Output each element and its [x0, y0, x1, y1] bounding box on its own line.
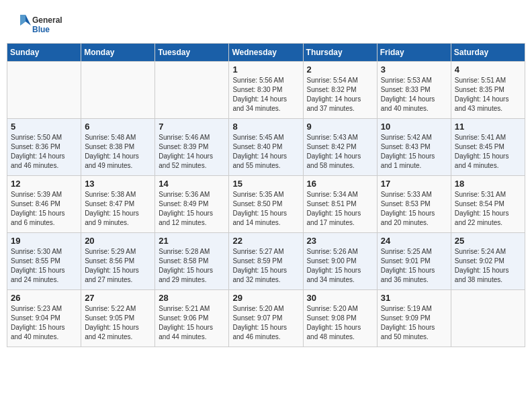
- day-number: 31: [381, 293, 447, 303]
- calendar-cell: [81, 62, 155, 119]
- calendar-week-row: 1Sunrise: 5:56 AM Sunset: 8:30 PM Daylig…: [7, 62, 525, 119]
- logo: General Blue: [13, 12, 67, 40]
- day-number: 22: [232, 236, 299, 246]
- day-number: 16: [307, 179, 373, 189]
- calendar-cell: 31Sunrise: 5:19 AM Sunset: 9:09 PM Dayli…: [377, 290, 451, 347]
- calendar-cell: 13Sunrise: 5:38 AM Sunset: 8:47 PM Dayli…: [81, 176, 155, 233]
- calendar-cell: [7, 62, 81, 119]
- day-number: 27: [85, 293, 151, 303]
- day-info: Sunrise: 5:27 AM Sunset: 8:59 PM Dayligh…: [232, 247, 299, 285]
- day-info: Sunrise: 5:38 AM Sunset: 8:47 PM Dayligh…: [85, 190, 151, 228]
- weekday-header: Saturday: [451, 44, 525, 62]
- day-info: Sunrise: 5:20 AM Sunset: 9:07 PM Dayligh…: [232, 304, 299, 342]
- calendar-week-row: 26Sunrise: 5:23 AM Sunset: 9:04 PM Dayli…: [7, 290, 525, 347]
- calendar-cell: 6Sunrise: 5:48 AM Sunset: 8:38 PM Daylig…: [81, 119, 155, 176]
- day-number: 21: [159, 236, 225, 246]
- calendar-cell: 3Sunrise: 5:53 AM Sunset: 8:33 PM Daylig…: [377, 62, 451, 119]
- day-info: Sunrise: 5:20 AM Sunset: 9:08 PM Dayligh…: [307, 304, 373, 342]
- day-number: 9: [307, 122, 373, 132]
- calendar-cell: 4Sunrise: 5:51 AM Sunset: 8:35 PM Daylig…: [451, 62, 525, 119]
- calendar-cell: 28Sunrise: 5:21 AM Sunset: 9:06 PM Dayli…: [155, 290, 229, 347]
- calendar-week-row: 19Sunrise: 5:30 AM Sunset: 8:55 PM Dayli…: [7, 233, 525, 290]
- day-info: Sunrise: 5:48 AM Sunset: 8:38 PM Dayligh…: [85, 133, 151, 171]
- calendar-cell: 10Sunrise: 5:42 AM Sunset: 8:43 PM Dayli…: [377, 119, 451, 176]
- day-number: 12: [11, 179, 77, 189]
- day-info: Sunrise: 5:23 AM Sunset: 9:04 PM Dayligh…: [11, 304, 77, 342]
- calendar-cell: 27Sunrise: 5:22 AM Sunset: 9:05 PM Dayli…: [81, 290, 155, 347]
- calendar-cell: 18Sunrise: 5:31 AM Sunset: 8:54 PM Dayli…: [451, 176, 525, 233]
- weekday-header: Thursday: [303, 44, 377, 62]
- day-number: 10: [381, 122, 447, 132]
- day-info: Sunrise: 5:24 AM Sunset: 9:02 PM Dayligh…: [455, 247, 521, 285]
- day-info: Sunrise: 5:42 AM Sunset: 8:43 PM Dayligh…: [381, 133, 447, 171]
- day-number: 1: [232, 64, 299, 75]
- day-info: Sunrise: 5:31 AM Sunset: 8:54 PM Dayligh…: [455, 190, 521, 228]
- day-info: Sunrise: 5:34 AM Sunset: 8:51 PM Dayligh…: [307, 190, 373, 228]
- svg-text:General: General: [32, 15, 62, 25]
- weekday-header: Monday: [81, 44, 155, 62]
- day-info: Sunrise: 5:36 AM Sunset: 8:49 PM Dayligh…: [159, 190, 225, 228]
- day-info: Sunrise: 5:28 AM Sunset: 8:58 PM Dayligh…: [159, 247, 225, 285]
- weekday-header: Friday: [377, 44, 451, 62]
- day-number: 28: [159, 293, 225, 303]
- day-number: 5: [11, 122, 77, 132]
- calendar-cell: [155, 62, 229, 119]
- calendar-cell: 8Sunrise: 5:45 AM Sunset: 8:40 PM Daylig…: [229, 119, 303, 176]
- day-info: Sunrise: 5:19 AM Sunset: 9:09 PM Dayligh…: [381, 304, 447, 342]
- calendar-cell: 15Sunrise: 5:35 AM Sunset: 8:50 PM Dayli…: [229, 176, 303, 233]
- calendar-cell: 24Sunrise: 5:25 AM Sunset: 9:01 PM Dayli…: [377, 233, 451, 290]
- page-header: General Blue: [7, 7, 525, 43]
- day-info: Sunrise: 5:54 AM Sunset: 8:32 PM Dayligh…: [307, 76, 373, 113]
- svg-text:Blue: Blue: [32, 25, 50, 34]
- calendar-cell: 2Sunrise: 5:54 AM Sunset: 8:32 PM Daylig…: [303, 62, 377, 119]
- calendar-table: SundayMondayTuesdayWednesdayThursdayFrid…: [7, 43, 525, 347]
- day-number: 23: [307, 236, 373, 246]
- calendar-cell: 22Sunrise: 5:27 AM Sunset: 8:59 PM Dayli…: [229, 233, 303, 290]
- day-info: Sunrise: 5:45 AM Sunset: 8:40 PM Dayligh…: [232, 133, 299, 171]
- day-info: Sunrise: 5:39 AM Sunset: 8:46 PM Dayligh…: [11, 190, 77, 228]
- calendar-cell: 14Sunrise: 5:36 AM Sunset: 8:49 PM Dayli…: [155, 176, 229, 233]
- day-number: 26: [11, 293, 77, 303]
- day-number: 8: [232, 122, 299, 132]
- day-number: 3: [381, 64, 447, 75]
- calendar-week-row: 12Sunrise: 5:39 AM Sunset: 8:46 PM Dayli…: [7, 176, 525, 233]
- day-info: Sunrise: 5:35 AM Sunset: 8:50 PM Dayligh…: [232, 190, 299, 228]
- day-info: Sunrise: 5:26 AM Sunset: 9:00 PM Dayligh…: [307, 247, 373, 285]
- weekday-header: Wednesday: [229, 44, 303, 62]
- calendar-cell: 21Sunrise: 5:28 AM Sunset: 8:58 PM Dayli…: [155, 233, 229, 290]
- calendar-cell: 5Sunrise: 5:50 AM Sunset: 8:36 PM Daylig…: [7, 119, 81, 176]
- day-number: 7: [159, 122, 225, 132]
- day-number: 15: [232, 179, 299, 189]
- day-info: Sunrise: 5:50 AM Sunset: 8:36 PM Dayligh…: [11, 133, 77, 171]
- svg-marker-3: [20, 15, 26, 26]
- day-info: Sunrise: 5:33 AM Sunset: 8:53 PM Dayligh…: [381, 190, 447, 228]
- day-info: Sunrise: 5:30 AM Sunset: 8:55 PM Dayligh…: [11, 247, 77, 285]
- calendar-cell: 16Sunrise: 5:34 AM Sunset: 8:51 PM Dayli…: [303, 176, 377, 233]
- calendar-cell: 20Sunrise: 5:29 AM Sunset: 8:56 PM Dayli…: [81, 233, 155, 290]
- day-info: Sunrise: 5:53 AM Sunset: 8:33 PM Dayligh…: [381, 76, 447, 113]
- day-info: Sunrise: 5:56 AM Sunset: 8:30 PM Dayligh…: [232, 76, 299, 113]
- day-info: Sunrise: 5:43 AM Sunset: 8:42 PM Dayligh…: [307, 133, 373, 171]
- day-number: 2: [307, 64, 373, 75]
- day-number: 30: [307, 293, 373, 303]
- day-number: 11: [455, 122, 521, 132]
- day-info: Sunrise: 5:29 AM Sunset: 8:56 PM Dayligh…: [85, 247, 151, 285]
- calendar-cell: 30Sunrise: 5:20 AM Sunset: 9:08 PM Dayli…: [303, 290, 377, 347]
- day-number: 20: [85, 236, 151, 246]
- day-info: Sunrise: 5:21 AM Sunset: 9:06 PM Dayligh…: [159, 304, 225, 342]
- calendar-cell: 29Sunrise: 5:20 AM Sunset: 9:07 PM Dayli…: [229, 290, 303, 347]
- day-number: 6: [85, 122, 151, 132]
- weekday-header: Sunday: [7, 44, 81, 62]
- weekday-header: Tuesday: [155, 44, 229, 62]
- day-number: 24: [381, 236, 447, 246]
- calendar-cell: 23Sunrise: 5:26 AM Sunset: 9:00 PM Dayli…: [303, 233, 377, 290]
- day-number: 17: [381, 179, 447, 189]
- day-number: 14: [159, 179, 225, 189]
- day-info: Sunrise: 5:41 AM Sunset: 8:45 PM Dayligh…: [455, 133, 521, 171]
- day-number: 19: [11, 236, 77, 246]
- day-number: 13: [85, 179, 151, 189]
- calendar-cell: 25Sunrise: 5:24 AM Sunset: 9:02 PM Dayli…: [451, 233, 525, 290]
- calendar-cell: 26Sunrise: 5:23 AM Sunset: 9:04 PM Dayli…: [7, 290, 81, 347]
- logo-svg: General Blue: [13, 12, 67, 40]
- calendar-cell: [451, 290, 525, 347]
